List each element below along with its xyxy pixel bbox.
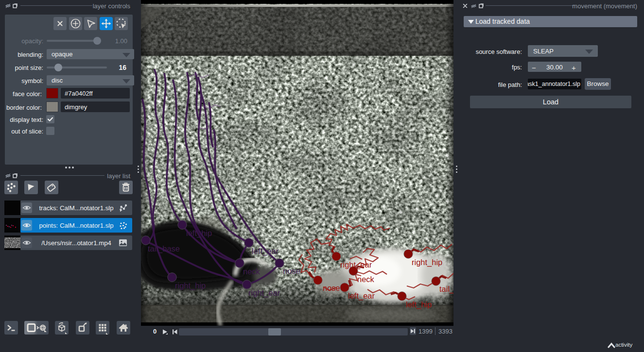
svg-text:tail_: tail_ <box>439 285 453 294</box>
svg-text:left_ear: left_ear <box>348 291 375 301</box>
svg-text:left_ear: left_ear <box>252 247 279 256</box>
svg-text:tail_base: tail_base <box>148 244 180 253</box>
svg-text:right_ear: right_ear <box>248 288 280 298</box>
svg-text:nose: nose <box>323 284 340 292</box>
svg-text:right_hip: right_hip <box>175 281 206 290</box>
svg-text:left_hip: left_hip <box>186 229 212 238</box>
svg-text:neck: neck <box>243 267 261 276</box>
svg-text:nose: nose <box>283 267 300 275</box>
svg-text:neck: neck <box>357 275 375 284</box>
svg-text:left_hip: left_hip <box>406 300 432 309</box>
svg-text:right_hip: right_hip <box>412 258 442 267</box>
svg-text:right_ear: right_ear <box>340 260 372 269</box>
